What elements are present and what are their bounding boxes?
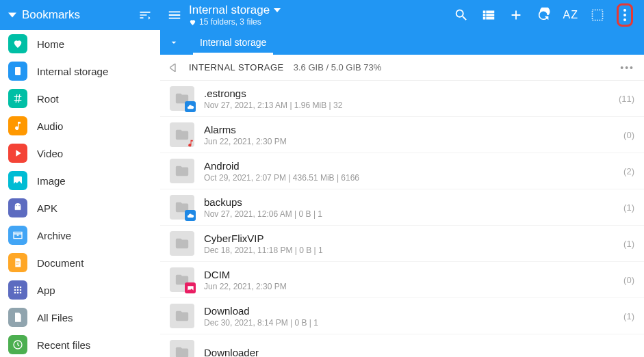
storage-usage: 3.6 GIB / 5.0 GIB 73% — [294, 62, 382, 72]
folder-icon — [170, 195, 194, 220]
sidebar-item-internal-storage[interactable]: Internal storage — [0, 57, 160, 85]
sidebar-item-label: Archive — [37, 230, 71, 241]
file-name: Alarms — [204, 124, 618, 135]
topbar: Internal storage 15 folders, 3 files — [160, 0, 644, 55]
sidebar-item-label: Internal storage — [37, 66, 108, 77]
file-name: Android — [204, 160, 618, 172]
sort-az-button[interactable]: AZ — [563, 9, 578, 21]
badge-cloud-icon — [185, 101, 196, 112]
sidebar-item-all-files[interactable]: All Files — [0, 304, 160, 331]
sidebar-item-archive[interactable]: Archive — [0, 222, 160, 249]
file-count: (11) — [619, 94, 634, 104]
breadcrumb-path[interactable]: INTERNAL STORAGE — [189, 62, 284, 72]
badge-cloud-icon — [185, 210, 196, 221]
tabbar: Internal storage — [160, 30, 644, 55]
file-row[interactable]: .estrongsNov 27, 2021, 2:13 AM | 1.96 Mi… — [160, 81, 644, 117]
svg-point-10 — [17, 292, 19, 294]
sidebar-item-label: Image — [37, 175, 66, 187]
file-name: backups — [204, 196, 618, 208]
folder-icon — [170, 340, 194, 357]
sidebar-item-audio[interactable]: Audio — [0, 112, 160, 140]
file-meta: Dec 30, 2021, 8:14 PM | 0 B | 1 — [204, 318, 618, 328]
sidebar-header: Bookmarks — [0, 0, 160, 30]
breadcrumb-more-icon[interactable]: ••• — [620, 62, 634, 73]
file-name: .estrongs — [204, 88, 613, 99]
sidebar-item-app[interactable]: App — [0, 276, 160, 304]
sidebar-title: Bookmarks — [22, 8, 138, 22]
file-row[interactable]: backupsNov 27, 2021, 12:06 AM | 0 B | 1(… — [160, 189, 644, 226]
tab-internal-storage[interactable]: Internal storage — [193, 30, 273, 55]
file-name: Downloader — [204, 347, 634, 358]
back-icon[interactable] — [170, 64, 177, 72]
chevron-down-icon[interactable] — [168, 37, 179, 48]
add-icon[interactable] — [508, 8, 524, 23]
sidebar-item-label: All Files — [37, 312, 73, 323]
sidebar-item-video[interactable]: Video — [0, 140, 160, 167]
refresh-icon[interactable] — [536, 8, 551, 23]
sidebar-item-image[interactable]: Image — [0, 167, 160, 194]
sidebar: Bookmarks HomeInternal storageRootAudioV… — [0, 0, 160, 357]
file-row[interactable]: AlarmsJun 22, 2021, 2:30 PM(0) — [160, 117, 644, 153]
file-count: (1) — [623, 311, 634, 321]
file-name: Download — [204, 305, 618, 317]
image-icon — [8, 171, 27, 190]
file-name: CyberFlixVIP — [204, 233, 618, 244]
svg-point-8 — [20, 289, 22, 291]
svg-point-9 — [14, 292, 16, 294]
svg-rect-0 — [15, 67, 21, 75]
svg-point-2 — [18, 205, 19, 206]
file-list: .estrongsNov 27, 2021, 2:13 AM | 1.96 Mi… — [160, 81, 644, 357]
file-row[interactable]: Downloader — [160, 334, 644, 357]
file-row[interactable]: DCIMJun 22, 2021, 2:30 PM(0) — [160, 262, 644, 298]
title-block[interactable]: Internal storage 15 folders, 3 files — [189, 3, 454, 27]
sidebar-item-label: Home — [37, 38, 64, 50]
sort-icon[interactable] — [138, 8, 152, 22]
main: Internal storage 15 folders, 3 files — [160, 0, 644, 357]
sidebar-item-recent-files[interactable]: Recent files — [0, 331, 160, 357]
clock-icon — [8, 335, 27, 354]
svg-rect-13 — [593, 10, 603, 21]
sidebar-item-apk[interactable]: APK — [0, 194, 160, 222]
file-meta: Nov 27, 2021, 2:13 AM | 1.96 MiB | 32 — [204, 101, 613, 110]
select-icon[interactable] — [591, 8, 604, 22]
file-row[interactable]: AndroidOct 29, 2021, 2:07 PM | 436.51 Mi… — [160, 153, 644, 189]
archive-icon — [8, 226, 27, 245]
badge-music-icon — [185, 137, 196, 148]
subtitle: 15 folders, 3 files — [199, 17, 261, 27]
file-count: (1) — [623, 239, 634, 249]
file-row[interactable]: CyberFlixVIPDec 18, 2021, 11:18 PM | 0 B… — [160, 226, 644, 262]
menu-icon[interactable] — [167, 8, 182, 23]
sidebar-item-label: Recent files — [37, 339, 90, 351]
svg-point-14 — [623, 9, 626, 12]
view-list-icon[interactable] — [481, 8, 496, 23]
more-icon[interactable] — [617, 3, 633, 27]
dropdown-icon[interactable] — [8, 11, 16, 19]
file-count: (0) — [623, 275, 634, 285]
badge-image-icon — [185, 282, 196, 293]
file-row[interactable]: DownloadDec 30, 2021, 8:14 PM | 0 B | 1(… — [160, 298, 644, 334]
folder-icon — [170, 231, 194, 256]
folder-icon — [170, 86, 194, 111]
hash-icon — [8, 89, 27, 108]
sidebar-item-label: Document — [37, 257, 83, 269]
svg-point-3 — [14, 287, 16, 289]
grid-icon — [8, 280, 27, 300]
sidebar-item-label: Root — [37, 93, 59, 105]
folder-icon — [170, 159, 194, 183]
svg-point-4 — [17, 287, 19, 289]
doc-icon — [8, 253, 27, 272]
music-icon — [8, 116, 27, 135]
heart-icon — [8, 34, 27, 53]
sidebar-item-root[interactable]: Root — [0, 85, 160, 112]
file-count: (0) — [623, 130, 634, 140]
sidebar-item-home[interactable]: Home — [0, 30, 160, 57]
sidebar-item-document[interactable]: Document — [0, 249, 160, 276]
folder-icon — [170, 267, 194, 292]
search-icon[interactable] — [454, 8, 469, 23]
svg-point-16 — [623, 18, 626, 21]
page-title: Internal storage — [189, 3, 270, 17]
breadcrumb: INTERNAL STORAGE 3.6 GIB / 5.0 GIB 73% •… — [160, 55, 644, 81]
toolbar-actions: AZ — [454, 3, 637, 27]
svg-point-11 — [20, 292, 22, 294]
file-meta: Jun 22, 2021, 2:30 PM — [204, 282, 618, 291]
